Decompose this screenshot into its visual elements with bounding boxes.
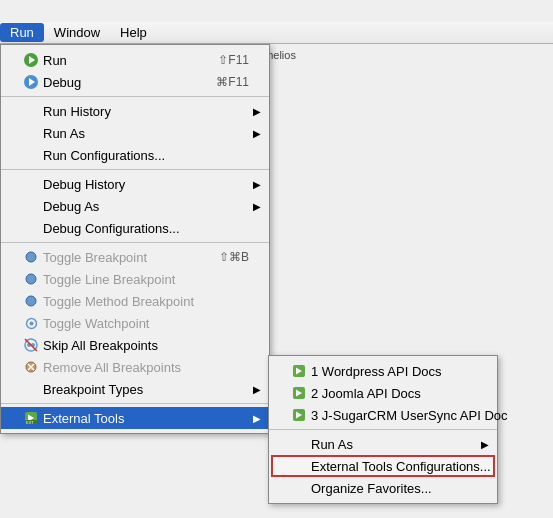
svg-point-6 [26, 296, 36, 306]
menu-item-toggle-breakpoint[interactable]: Toggle Breakpoint ⇧⌘B [1, 246, 269, 268]
toggle-breakpoint-shortcut: ⇧⌘B [199, 250, 249, 264]
breakpoint-types-spacer [23, 381, 39, 397]
separator-2 [1, 169, 269, 170]
menu-run[interactable]: Run [0, 23, 44, 42]
skip-all-breakpoints-icon [23, 337, 39, 353]
debug-as-spacer [23, 198, 39, 214]
toggle-watchpoint-icon [23, 315, 39, 331]
svg-point-8 [29, 321, 33, 325]
menu-window[interactable]: Window [44, 23, 110, 42]
menu-item-debug[interactable]: Debug ⌘F11 [1, 71, 269, 93]
jsugar-icon [291, 407, 307, 423]
run-shortcut: ⇧F11 [198, 53, 249, 67]
submenu-item-et-configurations[interactable]: External Tools Configurations... [271, 455, 495, 477]
remove-all-breakpoints-icon [23, 359, 39, 375]
debug-icon [23, 74, 39, 90]
menu-item-run-as[interactable]: Run As ▶ [1, 122, 269, 144]
run-as-spacer [23, 125, 39, 141]
menu-item-remove-all-breakpoints[interactable]: Remove All Breakpoints [1, 356, 269, 378]
menu-item-toggle-watchpoint[interactable]: Toggle Watchpoint [1, 312, 269, 334]
submenu-item-organize-favorites[interactable]: Organize Favorites... [269, 477, 497, 499]
organize-favorites-spacer [291, 480, 307, 496]
submenu-item-joomla[interactable]: 2 Joomla API Docs [269, 382, 497, 404]
submenu-item-run-as[interactable]: Run As ▶ [269, 433, 497, 455]
run-history-spacer [23, 103, 39, 119]
breakpoint-types-arrow: ▶ [253, 384, 261, 395]
submenu-item-wordpress[interactable]: 1 Wordpress API Docs [269, 360, 497, 382]
debug-history-spacer [23, 176, 39, 192]
submenu-run-as-spacer [291, 436, 307, 452]
submenu-run-as-arrow: ▶ [481, 439, 489, 450]
svg-point-5 [26, 274, 36, 284]
separator-4 [1, 403, 269, 404]
toggle-method-breakpoint-icon [23, 293, 39, 309]
debug-history-arrow: ▶ [253, 179, 261, 190]
svg-text:EXT: EXT [26, 420, 34, 425]
menu-item-breakpoint-types[interactable]: Breakpoint Types ▶ [1, 378, 269, 400]
menu-item-toggle-method-breakpoint[interactable]: Toggle Method Breakpoint [1, 290, 269, 312]
wordpress-icon [291, 363, 307, 379]
menu-item-toggle-line-breakpoint[interactable]: Toggle Line Breakpoint [1, 268, 269, 290]
menu-item-run-configurations[interactable]: Run Configurations... [1, 144, 269, 166]
submenu-item-jsugar[interactable]: 3 J-SugarCRM UserSync API Doc [269, 404, 497, 426]
menu-item-debug-history[interactable]: Debug History ▶ [1, 173, 269, 195]
run-as-arrow: ▶ [253, 128, 261, 139]
menu-bar: Run Window Help usarra/Documents/workspa… [0, 22, 553, 44]
menu-item-run[interactable]: Run ⇧F11 [1, 49, 269, 71]
external-tools-submenu: 1 Wordpress API Docs 2 Joomla API Docs 3… [268, 355, 498, 504]
run-icon [23, 52, 39, 68]
joomla-icon [291, 385, 307, 401]
external-tools-arrow: ▶ [253, 413, 261, 424]
debug-shortcut: ⌘F11 [196, 75, 249, 89]
submenu-separator-1 [269, 429, 497, 430]
menu-item-run-history[interactable]: Run History ▶ [1, 100, 269, 122]
separator-1 [1, 96, 269, 97]
menu-item-debug-configurations[interactable]: Debug Configurations... [1, 217, 269, 239]
external-tools-icon: EXT [23, 410, 39, 426]
svg-point-4 [26, 252, 36, 262]
toggle-line-breakpoint-icon [23, 271, 39, 287]
toggle-breakpoint-icon [23, 249, 39, 265]
menu-item-external-tools[interactable]: EXT External Tools ▶ [1, 407, 269, 429]
debug-configurations-spacer [23, 220, 39, 236]
et-configurations-spacer [291, 458, 307, 474]
run-dropdown-menu: Run ⇧F11 Debug ⌘F11 Run History ▶ Run As… [0, 44, 270, 434]
menu-help[interactable]: Help [110, 23, 157, 42]
separator-3 [1, 242, 269, 243]
debug-as-arrow: ▶ [253, 201, 261, 212]
menu-item-skip-all-breakpoints[interactable]: Skip All Breakpoints [1, 334, 269, 356]
run-configurations-spacer [23, 147, 39, 163]
run-history-arrow: ▶ [253, 106, 261, 117]
menu-item-debug-as[interactable]: Debug As ▶ [1, 195, 269, 217]
